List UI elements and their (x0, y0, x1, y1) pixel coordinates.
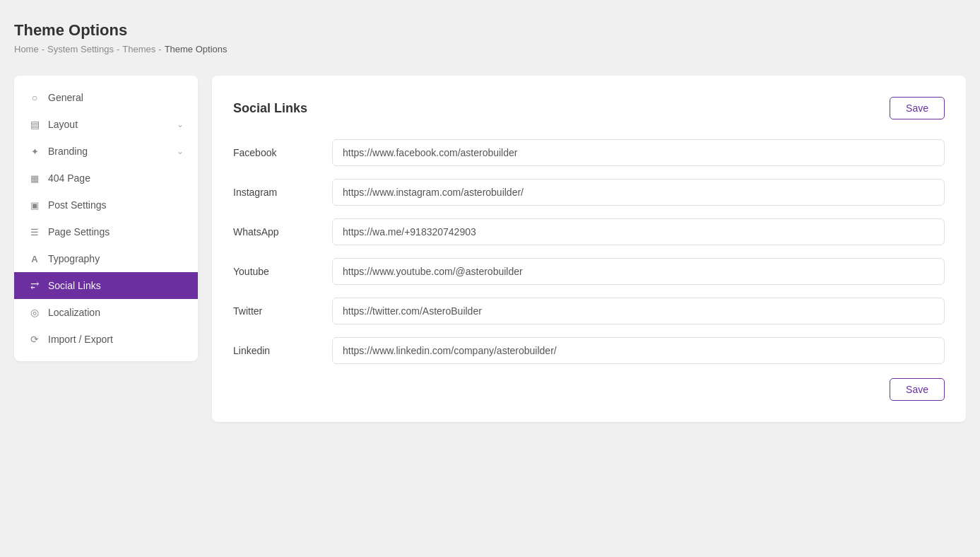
label-facebook: Facebook (233, 147, 318, 158)
breadcrumb-theme-options: Theme Options (165, 44, 228, 54)
sidebar-label-typography: Typography (48, 253, 100, 264)
localization-icon (28, 306, 41, 319)
input-facebook[interactable] (332, 139, 945, 166)
section-title: Social Links (233, 101, 307, 116)
page-wrapper: Theme Options Home - System Settings - T… (14, 14, 966, 422)
form-row-instagram: Instagram (233, 179, 945, 206)
content-area: General Layout ⌄ Branding ⌄ 404 Page Pos… (14, 76, 966, 422)
post-settings-icon (28, 199, 41, 211)
form-row-youtube: Youtube (233, 258, 945, 285)
sidebar-item-general[interactable]: General (14, 84, 198, 111)
sidebar-item-localization[interactable]: Localization (14, 299, 198, 326)
input-whatsapp[interactable] (332, 218, 945, 245)
page-settings-icon (28, 225, 41, 238)
chevron-down-icon-branding: ⌄ (177, 146, 184, 156)
form-row-facebook: Facebook (233, 139, 945, 166)
sidebar-item-post-settings[interactable]: Post Settings (14, 192, 198, 218)
main-content: Social Links Save Facebook Instagram Wha… (212, 76, 966, 422)
sidebar-label-localization: Localization (48, 307, 100, 318)
form-row-twitter: Twitter (233, 298, 945, 324)
input-linkedin[interactable] (332, 337, 945, 364)
sidebar-label-branding: Branding (48, 146, 88, 157)
layout-icon (28, 118, 41, 131)
chevron-down-icon: ⌄ (177, 119, 184, 129)
sidebar-item-404-page[interactable]: 404 Page (14, 165, 198, 192)
breadcrumb-home[interactable]: Home (14, 44, 39, 54)
check-circle-icon (28, 91, 41, 104)
import-export-icon (28, 333, 41, 346)
breadcrumb-system-settings[interactable]: System Settings (47, 44, 114, 54)
breadcrumb: Home - System Settings - Themes - Theme … (14, 44, 966, 54)
label-linkedin: Linkedin (233, 345, 318, 356)
social-links-icon: ⥂ (28, 279, 41, 292)
breadcrumb-sep3: - (158, 44, 161, 54)
sidebar-item-page-settings[interactable]: Page Settings (14, 218, 198, 245)
sidebar-label-general: General (48, 92, 83, 103)
branding-icon (28, 145, 41, 158)
sidebar-label-layout: Layout (48, 119, 78, 130)
input-youtube[interactable] (332, 258, 945, 285)
form-row-linkedin: Linkedin (233, 337, 945, 364)
sidebar-label-404-page: 404 Page (48, 172, 90, 184)
bottom-save-area: Save (233, 378, 945, 401)
page-404-icon (28, 172, 41, 184)
social-links-form: Facebook Instagram WhatsApp Youtube (233, 139, 945, 364)
sidebar-item-layout[interactable]: Layout ⌄ (14, 111, 198, 138)
input-twitter[interactable] (332, 298, 945, 324)
breadcrumb-sep2: - (117, 44, 119, 54)
typography-icon (28, 252, 41, 265)
sidebar-label-import-export: Import / Export (48, 334, 113, 345)
label-instagram: Instagram (233, 187, 318, 198)
label-whatsapp: WhatsApp (233, 226, 318, 238)
sidebar-label-page-settings: Page Settings (48, 226, 110, 238)
sidebar-item-social-links[interactable]: ⥂ Social Links (14, 272, 198, 299)
save-button-bottom[interactable]: Save (890, 378, 945, 401)
page-title: Theme Options (14, 21, 966, 40)
sidebar-label-social-links: Social Links (48, 280, 101, 291)
save-button-top[interactable]: Save (890, 97, 945, 119)
sidebar-label-post-settings: Post Settings (48, 199, 107, 211)
page-header: Theme Options Home - System Settings - T… (14, 14, 966, 61)
sidebar-item-branding[interactable]: Branding ⌄ (14, 138, 198, 165)
sidebar-item-import-export[interactable]: Import / Export (14, 326, 198, 353)
breadcrumb-themes[interactable]: Themes (122, 44, 155, 54)
label-youtube: Youtube (233, 266, 318, 277)
section-header: Social Links Save (233, 97, 945, 119)
sidebar: General Layout ⌄ Branding ⌄ 404 Page Pos… (14, 76, 198, 361)
input-instagram[interactable] (332, 179, 945, 206)
label-twitter: Twitter (233, 305, 318, 317)
breadcrumb-sep1: - (42, 44, 45, 54)
form-row-whatsapp: WhatsApp (233, 218, 945, 245)
sidebar-item-typography[interactable]: Typography (14, 245, 198, 272)
